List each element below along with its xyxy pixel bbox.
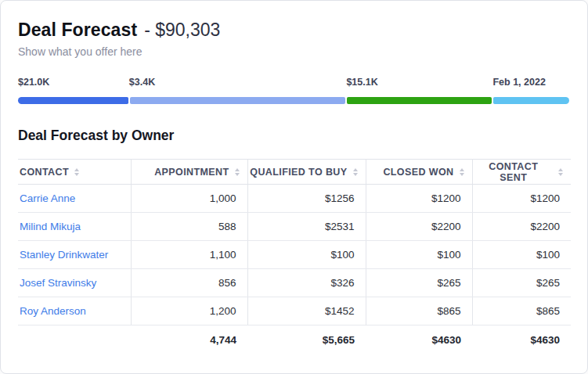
column-header-contact[interactable]: CONTACT — [18, 160, 131, 185]
totals-value: 4,744 — [131, 325, 247, 354]
column-header-contact-sent[interactable]: CONTACT SENT — [472, 160, 571, 185]
bar-segment-label-3: Feb 1, 2022 — [492, 77, 545, 88]
sort-icon — [353, 168, 358, 176]
bar-segment-2[interactable] — [347, 97, 492, 104]
table-row: Roy Anderson1,200$1452$865$865 — [18, 297, 571, 325]
sort-icon — [558, 168, 563, 176]
cell-value: $265 — [366, 269, 472, 297]
column-header-closed-won[interactable]: CLOSED WON — [366, 160, 472, 185]
cell-value: $1200 — [472, 185, 571, 213]
page-title: Deal Forecast — [18, 20, 137, 41]
forecast-total-amount: - $90,303 — [144, 20, 220, 41]
cell-value: $2200 — [366, 213, 472, 241]
table-row: Carrie Anne1,000$1256$1200$1200 — [18, 185, 571, 213]
column-header-label: QUALIFIED TO BUY — [250, 167, 347, 178]
cell-value: $1256 — [247, 185, 366, 213]
deal-forecast-card: Deal Forecast - $90,303 Show what you of… — [0, 0, 588, 374]
forecast-progress-bar: $21.0K$3.4K$15.1KFeb 1, 2022 — [18, 77, 569, 104]
sort-icon — [460, 168, 464, 176]
table-row: Josef Stravinsky856$326$265$265 — [18, 269, 571, 297]
bar-labels: $21.0K$3.4K$15.1KFeb 1, 2022 — [18, 77, 569, 88]
table-row: Stanley Drinkwater1,100$100$100$100 — [18, 241, 571, 269]
totals-empty-cell — [18, 325, 131, 354]
column-header-label: CLOSED WON — [383, 167, 453, 178]
sort-icon — [235, 168, 240, 176]
table-title: Deal Forecast by Owner — [18, 128, 569, 144]
bar-segment-0[interactable] — [18, 97, 128, 104]
totals-value: $4630 — [472, 325, 571, 354]
cell-value: $2531 — [247, 213, 366, 241]
cell-value: $865 — [472, 297, 571, 325]
cell-value: $326 — [247, 269, 366, 297]
totals-value: $4630 — [366, 325, 472, 354]
bar-track — [18, 97, 569, 104]
page-subtitle: Show what you offer here — [18, 45, 569, 58]
table-header-row: CONTACTAPPOINTMENTQUALIFIED TO BUYCLOSED… — [18, 160, 571, 185]
cell-value: $100 — [366, 241, 472, 269]
contact-link[interactable]: Stanley Drinkwater — [20, 249, 108, 261]
totals-value: $5,665 — [247, 325, 366, 354]
bar-segment-label-1: $3.4K — [129, 77, 155, 88]
table-row: Milind Mikuja588$2531$2200$2200 — [18, 213, 571, 241]
cell-value: $100 — [472, 241, 571, 269]
cell-value: $265 — [472, 269, 571, 297]
column-header-label: CONTACT — [20, 167, 69, 178]
cell-value: 588 — [131, 213, 247, 241]
table-totals-row: 4,744$5,665$4630$4630 — [18, 325, 571, 354]
bar-segment-label-2: $15.1K — [346, 77, 377, 88]
cell-value: 1,200 — [131, 297, 247, 325]
column-header-label: APPOINTMENT — [154, 167, 229, 178]
contact-link[interactable]: Roy Anderson — [20, 305, 86, 317]
sort-icon — [74, 168, 79, 176]
cell-value: 1,100 — [131, 241, 247, 269]
column-header-appointment[interactable]: APPOINTMENT — [131, 160, 247, 185]
cell-value: 856 — [131, 269, 247, 297]
cell-value: $1200 — [366, 185, 472, 213]
page-header: Deal Forecast - $90,303 — [18, 20, 569, 41]
cell-value: $100 — [247, 241, 366, 269]
deal-forecast-table: CONTACTAPPOINTMENTQUALIFIED TO BUYCLOSED… — [18, 159, 571, 354]
contact-link[interactable]: Josef Stravinsky — [20, 277, 96, 289]
bar-segment-1[interactable] — [130, 97, 345, 104]
column-header-label: CONTACT SENT — [474, 161, 554, 183]
cell-value: $865 — [366, 297, 472, 325]
contact-link[interactable]: Carrie Anne — [20, 192, 75, 204]
column-header-qualified-to-buy[interactable]: QUALIFIED TO BUY — [247, 160, 366, 185]
cell-value: $2200 — [472, 213, 571, 241]
contact-link[interactable]: Milind Mikuja — [20, 221, 81, 232]
bar-segment-label-0: $21.0K — [18, 77, 49, 88]
cell-value: $1452 — [247, 297, 366, 325]
bar-segment-3[interactable] — [493, 97, 569, 104]
cell-value: 1,000 — [131, 185, 247, 213]
